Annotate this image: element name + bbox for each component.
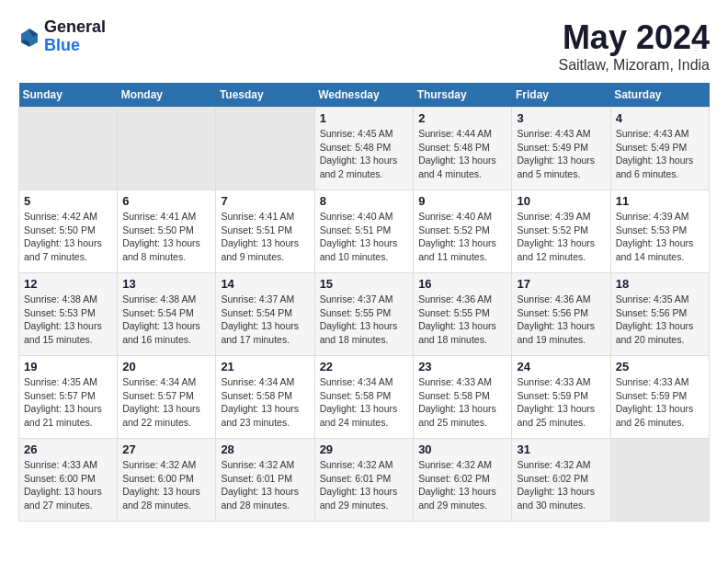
day-info: Sunrise: 4:37 AM Sunset: 5:54 PM Dayligh… [221, 293, 309, 347]
day-info: Sunrise: 4:35 AM Sunset: 5:56 PM Dayligh… [616, 293, 704, 347]
day-number: 1 [320, 111, 409, 125]
day-info: Sunrise: 4:33 AM Sunset: 6:00 PM Dayligh… [24, 458, 112, 512]
calendar-cell: 29Sunrise: 4:32 AM Sunset: 6:01 PM Dayli… [314, 439, 414, 522]
logo-icon [18, 26, 40, 48]
calendar-cell: 7Sunrise: 4:41 AM Sunset: 5:51 PM Daylig… [216, 190, 314, 273]
week-row-5: 26Sunrise: 4:33 AM Sunset: 6:00 PM Dayli… [19, 439, 710, 522]
weekday-header-tuesday: Tuesday [216, 83, 314, 108]
calendar-cell: 19Sunrise: 4:35 AM Sunset: 5:57 PM Dayli… [19, 356, 118, 439]
day-number: 29 [320, 442, 409, 456]
day-info: Sunrise: 4:45 AM Sunset: 5:48 PM Dayligh… [320, 127, 409, 181]
day-number: 10 [517, 194, 605, 208]
day-info: Sunrise: 4:33 AM Sunset: 5:58 PM Dayligh… [418, 375, 506, 430]
day-number: 11 [616, 194, 704, 208]
day-number: 9 [418, 194, 506, 208]
calendar-cell: 15Sunrise: 4:37 AM Sunset: 5:55 PM Dayli… [314, 273, 414, 356]
calendar-cell: 24Sunrise: 4:33 AM Sunset: 5:59 PM Dayli… [512, 356, 610, 439]
day-info: Sunrise: 4:34 AM Sunset: 5:57 PM Dayligh… [122, 375, 210, 430]
month-year: May 2024 [558, 18, 710, 57]
day-info: Sunrise: 4:33 AM Sunset: 5:59 PM Dayligh… [616, 375, 704, 430]
day-number: 15 [320, 277, 409, 291]
calendar-cell: 25Sunrise: 4:33 AM Sunset: 5:59 PM Dayli… [610, 356, 709, 439]
title-block: May 2024 Saitlaw, Mizoram, India [558, 18, 710, 74]
day-number: 16 [418, 277, 506, 291]
day-info: Sunrise: 4:36 AM Sunset: 5:56 PM Dayligh… [517, 293, 605, 347]
calendar-cell [19, 108, 118, 190]
day-number: 22 [320, 360, 409, 373]
calendar-table: SundayMondayTuesdayWednesdayThursdayFrid… [18, 83, 710, 522]
day-info: Sunrise: 4:36 AM Sunset: 5:55 PM Dayligh… [418, 293, 506, 347]
calendar-cell: 12Sunrise: 4:38 AM Sunset: 5:53 PM Dayli… [19, 273, 118, 356]
calendar-cell: 17Sunrise: 4:36 AM Sunset: 5:56 PM Dayli… [512, 273, 610, 356]
day-number: 3 [517, 111, 605, 125]
day-number: 5 [24, 194, 112, 208]
day-info: Sunrise: 4:32 AM Sunset: 6:01 PM Dayligh… [320, 458, 409, 512]
weekday-header-row: SundayMondayTuesdayWednesdayThursdayFrid… [19, 83, 710, 108]
day-number: 19 [24, 360, 112, 373]
week-row-1: 1Sunrise: 4:45 AM Sunset: 5:48 PM Daylig… [19, 108, 710, 190]
calendar-cell: 13Sunrise: 4:38 AM Sunset: 5:54 PM Dayli… [118, 273, 216, 356]
day-number: 20 [122, 360, 210, 373]
calendar-cell: 11Sunrise: 4:39 AM Sunset: 5:53 PM Dayli… [610, 190, 709, 273]
calendar-cell [118, 108, 216, 190]
day-info: Sunrise: 4:41 AM Sunset: 5:51 PM Dayligh… [221, 210, 309, 264]
day-number: 7 [221, 194, 309, 208]
calendar-cell: 2Sunrise: 4:44 AM Sunset: 5:48 PM Daylig… [414, 108, 512, 190]
page-header: General Blue May 2024 Saitlaw, Mizoram, … [18, 18, 710, 74]
day-info: Sunrise: 4:38 AM Sunset: 5:54 PM Dayligh… [122, 293, 210, 347]
day-number: 8 [320, 194, 409, 208]
week-row-4: 19Sunrise: 4:35 AM Sunset: 5:57 PM Dayli… [19, 356, 710, 439]
location: Saitlaw, Mizoram, India [558, 57, 710, 74]
calendar-cell: 6Sunrise: 4:41 AM Sunset: 5:50 PM Daylig… [118, 190, 216, 273]
day-info: Sunrise: 4:32 AM Sunset: 6:01 PM Dayligh… [221, 458, 309, 512]
day-info: Sunrise: 4:40 AM Sunset: 5:52 PM Dayligh… [418, 210, 506, 264]
day-info: Sunrise: 4:39 AM Sunset: 5:52 PM Dayligh… [517, 210, 605, 264]
day-number: 30 [418, 442, 506, 456]
weekday-header-wednesday: Wednesday [314, 83, 414, 108]
day-number: 17 [517, 277, 605, 291]
day-number: 23 [418, 360, 506, 373]
calendar-cell: 20Sunrise: 4:34 AM Sunset: 5:57 PM Dayli… [118, 356, 216, 439]
day-info: Sunrise: 4:41 AM Sunset: 5:50 PM Dayligh… [122, 210, 210, 264]
calendar-cell: 31Sunrise: 4:32 AM Sunset: 6:02 PM Dayli… [512, 439, 610, 522]
day-number: 28 [221, 442, 309, 456]
calendar-cell [610, 439, 709, 522]
day-info: Sunrise: 4:34 AM Sunset: 5:58 PM Dayligh… [320, 375, 409, 430]
calendar-cell: 9Sunrise: 4:40 AM Sunset: 5:52 PM Daylig… [414, 190, 512, 273]
weekday-header-sunday: Sunday [19, 83, 118, 108]
calendar-cell: 4Sunrise: 4:43 AM Sunset: 5:49 PM Daylig… [610, 108, 709, 190]
day-number: 13 [122, 277, 210, 291]
weekday-header-friday: Friday [512, 83, 610, 108]
day-number: 31 [517, 442, 605, 456]
day-number: 21 [221, 360, 309, 373]
day-info: Sunrise: 4:38 AM Sunset: 5:53 PM Dayligh… [24, 293, 112, 347]
day-info: Sunrise: 4:43 AM Sunset: 5:49 PM Dayligh… [616, 127, 704, 181]
day-info: Sunrise: 4:35 AM Sunset: 5:57 PM Dayligh… [24, 375, 112, 430]
day-info: Sunrise: 4:33 AM Sunset: 5:59 PM Dayligh… [517, 375, 605, 430]
calendar-cell: 22Sunrise: 4:34 AM Sunset: 5:58 PM Dayli… [314, 356, 414, 439]
day-info: Sunrise: 4:43 AM Sunset: 5:49 PM Dayligh… [517, 127, 605, 181]
calendar-cell: 8Sunrise: 4:40 AM Sunset: 5:51 PM Daylig… [314, 190, 414, 273]
day-number: 24 [517, 360, 605, 373]
day-info: Sunrise: 4:44 AM Sunset: 5:48 PM Dayligh… [418, 127, 506, 181]
day-info: Sunrise: 4:42 AM Sunset: 5:50 PM Dayligh… [24, 210, 112, 264]
day-info: Sunrise: 4:32 AM Sunset: 6:00 PM Dayligh… [122, 458, 210, 512]
calendar-cell: 5Sunrise: 4:42 AM Sunset: 5:50 PM Daylig… [19, 190, 118, 273]
calendar-cell: 23Sunrise: 4:33 AM Sunset: 5:58 PM Dayli… [414, 356, 512, 439]
day-number: 12 [24, 277, 112, 291]
day-info: Sunrise: 4:37 AM Sunset: 5:55 PM Dayligh… [320, 293, 409, 347]
day-number: 4 [616, 111, 704, 125]
weekday-header-saturday: Saturday [610, 83, 709, 108]
logo-text: General Blue [44, 18, 106, 55]
calendar-cell: 16Sunrise: 4:36 AM Sunset: 5:55 PM Dayli… [414, 273, 512, 356]
weekday-header-monday: Monday [118, 83, 216, 108]
day-number: 25 [616, 360, 704, 373]
day-info: Sunrise: 4:32 AM Sunset: 6:02 PM Dayligh… [517, 458, 605, 512]
calendar-cell: 14Sunrise: 4:37 AM Sunset: 5:54 PM Dayli… [216, 273, 314, 356]
calendar-cell: 27Sunrise: 4:32 AM Sunset: 6:00 PM Dayli… [118, 439, 216, 522]
week-row-2: 5Sunrise: 4:42 AM Sunset: 5:50 PM Daylig… [19, 190, 710, 273]
calendar-cell: 18Sunrise: 4:35 AM Sunset: 5:56 PM Dayli… [610, 273, 709, 356]
calendar-cell: 10Sunrise: 4:39 AM Sunset: 5:52 PM Dayli… [512, 190, 610, 273]
logo: General Blue [18, 18, 106, 55]
day-info: Sunrise: 4:32 AM Sunset: 6:02 PM Dayligh… [418, 458, 506, 512]
